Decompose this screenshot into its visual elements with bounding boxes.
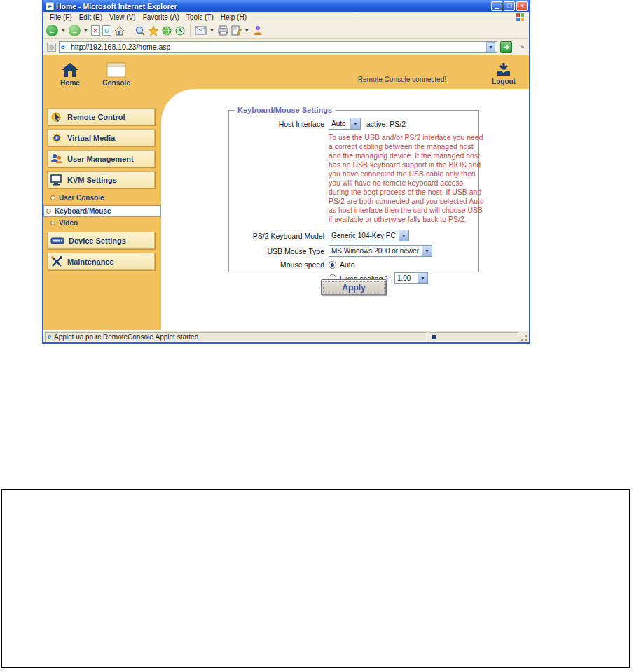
go-button[interactable]: ➜ [500, 41, 512, 53]
maximize-button[interactable]: ❐ [504, 1, 515, 11]
history-clock-icon [174, 25, 186, 36]
home-toolbar-icon [113, 25, 125, 36]
back-button[interactable]: ← [46, 24, 58, 38]
usb-mouse-select[interactable]: MS Windows 2000 or newer ▼ [329, 245, 432, 257]
messenger-button[interactable] [252, 24, 263, 38]
menu-tools[interactable]: Tools (T) [183, 13, 217, 21]
apply-button[interactable]: Apply [321, 279, 387, 295]
address-input[interactable]: e http://192.168.10.23/home.asp ▼ [59, 41, 497, 53]
stop-button[interactable]: ✕ [91, 24, 100, 38]
page-favicon: e [61, 43, 69, 52]
home-icon [61, 62, 79, 78]
messenger-icon [252, 25, 263, 36]
desktop: e Home - Microsoft Internet Explorer ▁ ❐… [0, 0, 634, 672]
remote-control-icon [50, 111, 63, 123]
mouse-speed-row: Mouse speed Auto [235, 260, 473, 269]
sidebar-subitem-user-console[interactable]: User Console [43, 192, 161, 204]
sidebar-item-kvm-settings[interactable]: KVM Settings [47, 171, 155, 188]
mouse-speed-label: Mouse speed [235, 260, 324, 269]
connection-status: Remote Console connected! [358, 76, 446, 85]
close-button[interactable]: ✕ [516, 1, 528, 11]
links-chevron[interactable]: » [521, 43, 524, 50]
menu-edit[interactable]: Edit (E) [76, 13, 106, 21]
fixed-scaling-select[interactable]: 1.00 ▼ [394, 272, 428, 284]
logout-nav[interactable]: Logout [488, 62, 519, 85]
stop-icon: ✕ [91, 25, 100, 36]
history-button[interactable] [174, 24, 186, 38]
media-button[interactable] [161, 24, 172, 38]
sidebar-item-user-management[interactable]: User Management [47, 150, 155, 167]
maintenance-icon [50, 255, 63, 268]
sidebar: Remote Control Virtual Media User Manage… [43, 89, 161, 330]
keyboard-mouse-settings-fieldset: Keyboard/Mouse Settings Host Interface A… [228, 110, 479, 272]
zone-globe-icon [432, 335, 436, 340]
menu-help[interactable]: Help (H) [217, 13, 250, 21]
active-interface-text: active: PS/2 [366, 120, 406, 128]
radio-auto[interactable] [329, 261, 336, 269]
resize-grip[interactable] [520, 334, 528, 342]
window-title: Home - Microsoft Internet Explorer [56, 2, 490, 10]
toolbar-separator [130, 24, 130, 37]
chevron-down-icon: ▼ [350, 118, 360, 129]
console-nav[interactable]: Console [101, 62, 132, 87]
menubar: File (F) Edit (E) View (V) Favorite (A) … [43, 12, 529, 22]
usb-mouse-label: USB Mouse Type [235, 247, 324, 255]
address-dropdown[interactable]: ▼ [486, 42, 495, 52]
search-icon [135, 25, 146, 36]
browser-window: e Home - Microsoft Internet Explorer ▁ ❐… [42, 0, 530, 344]
media-globe-icon [161, 25, 172, 36]
host-interface-select[interactable]: Auto ▼ [329, 118, 361, 130]
print-button[interactable] [217, 24, 229, 38]
status-message-pane: e Applet ua.pp.rc.RemoteConsole.Applet s… [45, 332, 427, 342]
address-url: http://192.168.10.23/home.asp [71, 43, 486, 51]
toolbar-separator [190, 24, 191, 37]
status-zone-pane [429, 332, 518, 342]
status-text: Applet ua.pp.rc.RemoteConsole.Applet sta… [54, 333, 198, 341]
chevron-down-icon: ▼ [422, 246, 432, 256]
print-icon [217, 25, 229, 36]
home-button[interactable] [113, 24, 125, 38]
edit-button[interactable] [231, 24, 242, 38]
ps2-keyboard-select[interactable]: Generic 104-Key PC ▼ [329, 230, 409, 241]
menu-file[interactable]: File (F) [46, 13, 76, 21]
chevron-down-icon: ▼ [399, 230, 408, 241]
sidebar-subitem-keyboard-mouse[interactable]: Keyboard/Mouse [43, 205, 161, 217]
sidebar-item-device-settings[interactable]: Device Settings [47, 232, 155, 249]
console-icon [106, 62, 126, 78]
edit-icon [231, 25, 242, 36]
sidebar-item-virtual-media[interactable]: Virtual Media [47, 129, 155, 146]
windows-flag-icon [516, 13, 525, 22]
forward-button[interactable]: → [69, 24, 81, 38]
sidebar-item-remote-control[interactable]: Remote Control [47, 108, 155, 125]
host-interface-row: Host Interface Auto ▼ active: PS/2 [235, 118, 473, 130]
device-settings-icon [50, 236, 64, 246]
titlebar[interactable]: e Home - Microsoft Internet Explorer ▁ ❐… [43, 0, 529, 12]
menu-favorite[interactable]: Favorite (A) [139, 13, 183, 21]
chevron-down-icon: ▼ [418, 273, 427, 284]
mouse-speed-auto-option[interactable]: Auto [329, 260, 355, 269]
mail-dropdown[interactable]: ▼ [209, 28, 214, 33]
address-label-icon: ◎ [47, 43, 56, 52]
back-icon: ← [46, 24, 58, 36]
header-nav-group: Home Console [43, 59, 132, 89]
refresh-button[interactable]: ↻ [102, 24, 111, 38]
menu-view[interactable]: View (V) [106, 13, 139, 21]
logout-icon [496, 62, 511, 76]
logout-label: Logout [492, 78, 516, 85]
mail-button[interactable] [195, 24, 207, 38]
favorites-star-icon [148, 25, 159, 36]
status-page-icon: e [48, 333, 51, 340]
favorites-button[interactable] [148, 24, 159, 38]
fieldset-legend: Keyboard/Mouse Settings [235, 106, 335, 114]
header-right: Remote Console connected! Logout [358, 62, 529, 89]
bullet-icon [46, 209, 51, 214]
forward-dropdown[interactable]: ▼ [83, 28, 88, 33]
search-button[interactable] [135, 24, 146, 38]
minimize-button[interactable]: ▁ [491, 1, 502, 11]
host-interface-label: Host Interface [235, 120, 324, 128]
edit-dropdown[interactable]: ▼ [244, 28, 249, 33]
back-dropdown[interactable]: ▼ [61, 28, 66, 33]
sidebar-item-maintenance[interactable]: Maintenance [47, 253, 155, 270]
home-nav[interactable]: Home [55, 62, 85, 87]
sidebar-subitem-video[interactable]: Video [43, 217, 161, 229]
